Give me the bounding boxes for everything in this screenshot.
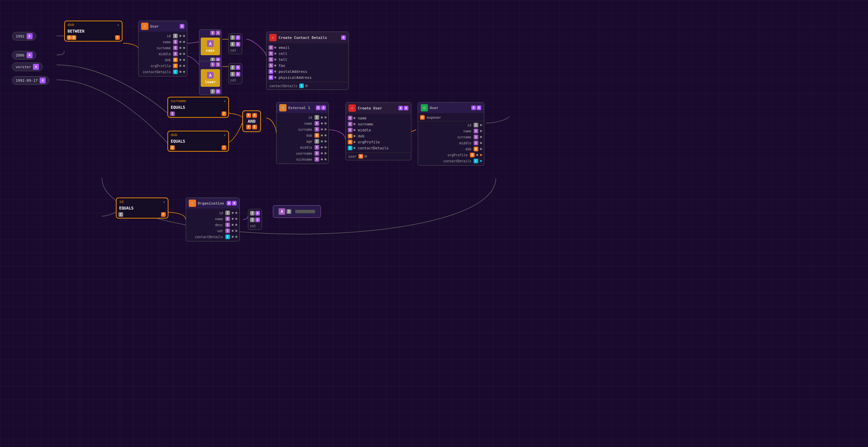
org-field-contactdetails: contactDetails C bbox=[186, 234, 239, 240]
col-node-mid[interactable]: I A I A col bbox=[228, 63, 242, 84]
dob-filter-footer: D D F bbox=[65, 34, 122, 41]
input-date-value: 1992-09-17 bbox=[16, 78, 38, 83]
dob-filter-left-port2: D bbox=[71, 35, 76, 40]
col-node-org[interactable]: I A I A col bbox=[248, 209, 262, 230]
input-2006-badge: A bbox=[27, 52, 33, 58]
dob-filter-left-port: D bbox=[67, 35, 71, 40]
contact-output-row: contactDetails C bbox=[267, 82, 348, 90]
org-field-vat: vat S bbox=[186, 228, 239, 234]
surname-filter-header: surname ⇅ bbox=[168, 98, 228, 104]
ai-placeholder-bar bbox=[295, 210, 315, 213]
org-field-name: name S bbox=[186, 216, 239, 222]
user-node-top-title: User bbox=[150, 24, 159, 29]
contact-field-email: S email bbox=[267, 44, 348, 50]
lower-in-s: S bbox=[210, 62, 215, 67]
input-date-badge: A bbox=[40, 77, 45, 83]
lower-node[interactable]: S S A lower I A bbox=[199, 61, 222, 95]
ai-node[interactable]: A I bbox=[273, 205, 321, 218]
caps-text: caps bbox=[202, 48, 219, 53]
user-field-contactdetails: contactDetails C bbox=[138, 69, 187, 75]
grid-background bbox=[0, 0, 868, 447]
input-2006-value: 2006 bbox=[16, 53, 25, 58]
organization-node[interactable]: O Organization A A id I name S desc bbox=[186, 198, 240, 241]
contact-field-postal: A postalAddress bbox=[267, 69, 348, 74]
create-contact-out-a: A bbox=[341, 35, 346, 40]
cu-output-row: user U bbox=[346, 152, 411, 160]
dob-filter-right-port: F bbox=[115, 35, 120, 40]
input-vorster[interactable]: vorster A bbox=[12, 63, 42, 71]
col-org-label: col bbox=[249, 224, 257, 229]
user-node-top-header: O User A bbox=[138, 21, 187, 32]
and-out-f: F bbox=[246, 125, 251, 129]
create-user-title: Create User bbox=[358, 106, 382, 110]
cu-field-middle: S middle bbox=[346, 127, 411, 133]
and-node[interactable]: F F AND F F bbox=[242, 110, 261, 132]
contact-field-fax: S fax bbox=[267, 63, 348, 69]
ext-field-middle: middle S bbox=[277, 144, 329, 150]
create-contact-body: S email S cell S tell S fax A bbox=[267, 43, 348, 82]
contact-field-cell: S cell bbox=[267, 50, 348, 57]
surname-equals-filter[interactable]: surname ⇅ EQUALS S F bbox=[167, 97, 229, 118]
create-user-header: ⚡ Create User A A bbox=[346, 102, 411, 114]
lower-text: lower bbox=[202, 80, 219, 84]
external1-icon: 🗄 bbox=[279, 104, 286, 111]
user-field-surname: surname S bbox=[138, 45, 187, 51]
external1-header: 🗄 External 1 A A bbox=[277, 102, 329, 113]
caps-node[interactable]: S S A caps I A bbox=[199, 29, 222, 64]
col-node-top[interactable]: I A I A col bbox=[228, 33, 242, 54]
input-2006[interactable]: 2006 A bbox=[12, 51, 36, 60]
user-field-name: name S bbox=[138, 39, 187, 45]
surname-filter-s-port: S bbox=[170, 111, 175, 116]
dob-between-filter[interactable]: dob ⇅ BETWEEN D D F bbox=[64, 21, 122, 42]
user2-field-orgprofile: orgProfile O bbox=[418, 152, 484, 158]
user2-exposer-row: U exposer bbox=[418, 114, 484, 121]
surname-filter-f-port: F bbox=[222, 111, 226, 116]
input-1992-value: 1992 bbox=[16, 34, 25, 39]
id-filter-f-port: F bbox=[161, 212, 166, 217]
user-node2-icon: O bbox=[421, 104, 428, 111]
create-contact-icon: ⚡ bbox=[269, 34, 277, 41]
cu-field-name: S name bbox=[346, 115, 411, 121]
dob-filter-arrow: ⇅ bbox=[118, 23, 119, 27]
surname-filter-title: surname bbox=[171, 99, 186, 103]
contact-field-physical: A physicalAddress bbox=[267, 74, 348, 80]
user-node2[interactable]: O User A A U exposer id I name S bbox=[418, 102, 484, 166]
user-node2-body: U exposer id I name S surname S middle bbox=[418, 113, 484, 165]
dob-filter-operator: BETWEEN bbox=[65, 28, 122, 34]
cu-field-surname: S surname bbox=[346, 121, 411, 127]
user-top-out-badge: A bbox=[180, 24, 184, 29]
input-date[interactable]: 1992-09-17 A bbox=[12, 76, 49, 85]
ext-field-nickname: nickname S bbox=[277, 156, 329, 162]
surname-filter-footer: S F bbox=[168, 110, 228, 117]
and-right-port: F bbox=[252, 113, 257, 118]
external1-node[interactable]: 🗄 External 1 A A id I name S surname bbox=[276, 102, 329, 164]
id-equals-filter[interactable]: id ⇅ EQUALS I F bbox=[116, 198, 168, 218]
dob-equals-filter[interactable]: dob ⇅ EQUALS D F bbox=[167, 131, 229, 152]
create-contact-details-node[interactable]: ⚡ Create Contact Details A S email S cel… bbox=[266, 32, 349, 90]
and-out-f2: F bbox=[252, 125, 257, 129]
user-field-middle: middle S bbox=[138, 51, 187, 57]
ext-field-id: id I bbox=[277, 114, 329, 121]
create-user-node[interactable]: ⚡ Create User A A S name S surname S mid… bbox=[345, 102, 411, 160]
ext-field-age: age I bbox=[277, 138, 329, 144]
ext-field-dob: dob D bbox=[277, 132, 329, 138]
user2-field-id: id I bbox=[418, 122, 484, 128]
create-contact-header: ⚡ Create Contact Details A bbox=[267, 32, 348, 43]
lower-out: I bbox=[210, 89, 215, 94]
input-1992[interactable]: 1992 A bbox=[12, 32, 36, 41]
connections-layer bbox=[0, 0, 868, 447]
id-filter-i-port: I bbox=[119, 212, 123, 217]
and-label: AND bbox=[246, 119, 257, 124]
input-1992-badge: A bbox=[27, 33, 33, 39]
create-user-body: S name S surname S middle D dob O bbox=[346, 114, 411, 152]
user-node-top[interactable]: O User A id I name S surname S bbox=[138, 21, 187, 76]
dob2-filter-footer: D F bbox=[168, 144, 228, 151]
user-field-orgprofile: orgProfile O bbox=[138, 63, 187, 69]
dob2-filter-header: dob ⇅ bbox=[168, 131, 228, 138]
cu-field-contactdetails: C contactDetails bbox=[346, 145, 411, 151]
caps-label: A caps bbox=[201, 38, 220, 55]
dob2-filter-operator: EQUALS bbox=[168, 138, 228, 144]
ext-field-surname: surname S bbox=[277, 126, 329, 132]
user2-field-contactdetails: contactDetails C bbox=[418, 158, 484, 164]
id-filter-title: id bbox=[119, 200, 123, 204]
